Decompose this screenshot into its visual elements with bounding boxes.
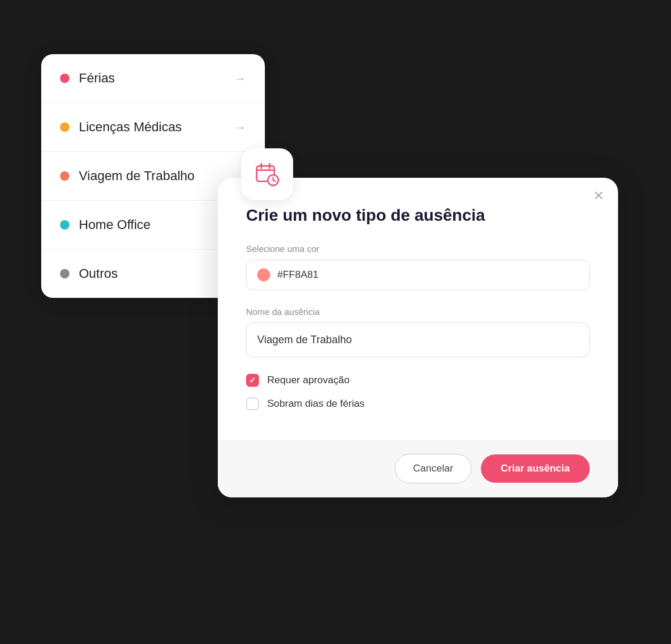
- arrow-icon: →: [234, 121, 246, 134]
- licencas-label: Licenças Médicas: [79, 119, 182, 135]
- absence-name-input[interactable]: [257, 334, 579, 346]
- name-field-label: Nome da ausência: [246, 307, 590, 317]
- approval-label: Requer aprovação: [267, 374, 350, 386]
- color-input[interactable]: [277, 269, 579, 281]
- list-item[interactable]: Licenças Médicas →: [41, 103, 265, 152]
- homeoffice-label: Home Office: [79, 217, 151, 233]
- color-field-label: Selecione uma cor: [246, 244, 590, 254]
- cancel-button[interactable]: Cancelar: [395, 454, 471, 483]
- close-button[interactable]: ✕: [593, 190, 604, 203]
- vacation-days-checkbox[interactable]: [246, 397, 259, 410]
- homeoffice-dot: [60, 220, 69, 230]
- modal-icon-wrapper: [241, 148, 293, 200]
- name-input-wrapper[interactable]: [246, 323, 590, 357]
- ferias-dot: [60, 74, 69, 83]
- viagem-label: Viagem de Trabalho: [79, 168, 195, 184]
- ferias-label: Férias: [79, 71, 115, 86]
- create-absence-button[interactable]: Criar ausência: [481, 454, 590, 483]
- list-item[interactable]: Férias →: [41, 54, 265, 103]
- create-absence-modal: ✕ Crie um novo tipo de ausência Selecion…: [218, 178, 618, 497]
- viagem-dot: [60, 171, 69, 181]
- approval-checkbox[interactable]: [246, 374, 259, 387]
- licencas-dot: [60, 122, 69, 132]
- modal-footer: Cancelar Criar ausência: [218, 440, 618, 497]
- approval-checkbox-row[interactable]: Requer aprovação: [246, 374, 590, 387]
- vacation-days-checkbox-row[interactable]: Sobram dias de férias: [246, 397, 590, 410]
- modal-title: Crie um novo tipo de ausência: [246, 206, 590, 225]
- color-swatch: [257, 268, 270, 281]
- modal-body: Crie um novo tipo de ausência Selecione …: [218, 178, 618, 440]
- arrow-icon: →: [234, 72, 246, 85]
- vacation-days-label: Sobram dias de férias: [267, 398, 364, 410]
- color-input-wrapper[interactable]: [246, 260, 590, 290]
- outros-dot: [60, 269, 69, 278]
- calendar-clock-icon: [254, 161, 280, 187]
- outros-label: Outros: [79, 266, 118, 281]
